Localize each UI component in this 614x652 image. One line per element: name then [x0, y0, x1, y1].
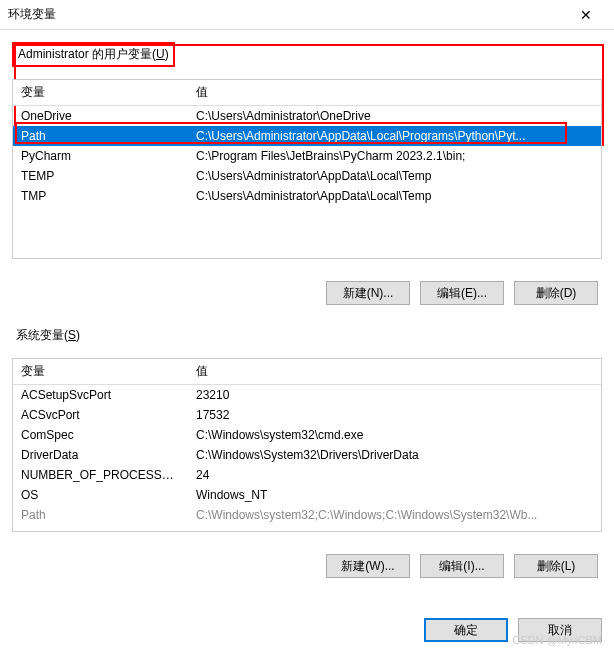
user-delete-button[interactable]: 删除(D)	[514, 281, 598, 305]
sys-col-name[interactable]: 变量	[13, 359, 188, 385]
cell-name: ComSpec	[13, 425, 188, 445]
cell-value: 17532	[188, 405, 601, 425]
dialog-buttons: 确定 取消	[424, 618, 602, 642]
table-row[interactable]: Path C:\Windows\system32;C:\Windows;C:\W…	[13, 505, 601, 525]
user-vars-label-prefix: Administrator 的用户变量(	[18, 47, 156, 61]
window-title: 环境变量	[8, 6, 566, 23]
sys-new-button[interactable]: 新建(W)...	[326, 554, 410, 578]
sys-col-value[interactable]: 值	[188, 359, 601, 385]
cell-value: C:\Users\Administrator\AppData\Local\Pro…	[188, 126, 601, 146]
cell-value: C:\Users\Administrator\AppData\Local\Tem…	[188, 166, 601, 186]
cell-value: C:\Users\Administrator\OneDrive	[188, 106, 601, 127]
user-vars-buttons: 新建(N)... 编辑(E)... 删除(D)	[12, 269, 602, 317]
cell-name: PyCharm	[13, 146, 188, 166]
cell-name: ACSetupSvcPort	[13, 385, 188, 406]
table-row[interactable]: DriverData C:\Windows\System32\Drivers\D…	[13, 445, 601, 465]
table-row[interactable]: OneDrive C:\Users\Administrator\OneDrive	[13, 106, 601, 127]
cell-name: OneDrive	[13, 106, 188, 127]
cell-value: C:\Program Files\JetBrains\PyCharm 2023.…	[188, 146, 601, 166]
sys-vars-group: 变量 值 ACSetupSvcPort 23210 ACSvcPort 1753…	[12, 358, 602, 532]
user-col-value[interactable]: 值	[188, 80, 601, 106]
user-vars-table: 变量 值 OneDrive C:\Users\Administrator\One…	[13, 80, 601, 206]
close-button[interactable]: ✕	[566, 0, 606, 30]
close-icon: ✕	[580, 7, 592, 23]
cell-name: DriverData	[13, 445, 188, 465]
sys-vars-buttons: 新建(W)... 编辑(I)... 删除(L)	[12, 542, 602, 590]
dialog-content: Administrator 的用户变量(U) 变量 值 OneDrive C:\…	[0, 30, 614, 602]
cell-value: 23210	[188, 385, 601, 406]
cell-name: TMP	[13, 186, 188, 206]
user-vars-group: 变量 值 OneDrive C:\Users\Administrator\One…	[12, 79, 602, 259]
cell-value: C:\Users\Administrator\AppData\Local\Tem…	[188, 186, 601, 206]
user-col-name[interactable]: 变量	[13, 80, 188, 106]
title-bar: 环境变量 ✕	[0, 0, 614, 30]
cell-value: C:\Windows\System32\Drivers\DriverData	[188, 445, 601, 465]
table-row[interactable]: PyCharm C:\Program Files\JetBrains\PyCha…	[13, 146, 601, 166]
cell-name: OS	[13, 485, 188, 505]
sys-edit-button[interactable]: 编辑(I)...	[420, 554, 504, 578]
ok-button[interactable]: 确定	[424, 618, 508, 642]
cell-name: TEMP	[13, 166, 188, 186]
table-row[interactable]: TEMP C:\Users\Administrator\AppData\Loca…	[13, 166, 601, 186]
sys-vars-label: 系统变量(S)	[12, 325, 84, 346]
sys-vars-label-key: S	[68, 328, 76, 342]
cell-name: NUMBER_OF_PROCESSORS	[13, 465, 188, 485]
user-new-button[interactable]: 新建(N)...	[326, 281, 410, 305]
sys-vars-table: 变量 值 ACSetupSvcPort 23210 ACSvcPort 1753…	[13, 359, 601, 525]
cell-value: C:\Windows\system32;C:\Windows;C:\Window…	[188, 505, 601, 525]
cell-name: Path	[13, 505, 188, 525]
table-row[interactable]: OS Windows_NT	[13, 485, 601, 505]
user-vars-table-wrap[interactable]: 变量 值 OneDrive C:\Users\Administrator\One…	[13, 80, 601, 258]
cell-name: ACSvcPort	[13, 405, 188, 425]
table-row[interactable]: ComSpec C:\Windows\system32\cmd.exe	[13, 425, 601, 445]
user-vars-label-suffix: )	[165, 47, 169, 61]
table-row[interactable]: NUMBER_OF_PROCESSORS 24	[13, 465, 601, 485]
table-row[interactable]: Path C:\Users\Administrator\AppData\Loca…	[13, 126, 601, 146]
cell-value: 24	[188, 465, 601, 485]
user-vars-label: Administrator 的用户变量(U)	[12, 42, 175, 67]
table-row[interactable]: TMP C:\Users\Administrator\AppData\Local…	[13, 186, 601, 206]
sys-delete-button[interactable]: 删除(L)	[514, 554, 598, 578]
user-edit-button[interactable]: 编辑(E)...	[420, 281, 504, 305]
table-row[interactable]: ACSvcPort 17532	[13, 405, 601, 425]
sys-vars-label-suffix: )	[76, 328, 80, 342]
sys-vars-label-prefix: 系统变量(	[16, 328, 68, 342]
cell-name: Path	[13, 126, 188, 146]
cancel-button[interactable]: 取消	[518, 618, 602, 642]
table-row[interactable]: ACSetupSvcPort 23210	[13, 385, 601, 406]
cell-value: C:\Windows\system32\cmd.exe	[188, 425, 601, 445]
user-vars-label-key: U	[156, 47, 165, 61]
cell-value: Windows_NT	[188, 485, 601, 505]
sys-vars-table-wrap[interactable]: 变量 值 ACSetupSvcPort 23210 ACSvcPort 1753…	[13, 359, 601, 531]
